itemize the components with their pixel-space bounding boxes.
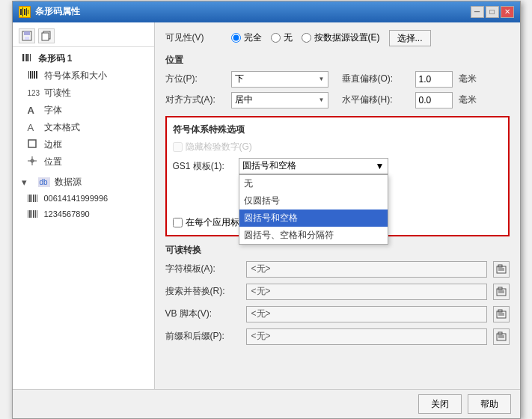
svg-rect-3: [26, 8, 27, 16]
hoffset-input[interactable]: [415, 92, 453, 108]
visibility-row: 可见性(V) 完全 无 按数据源设置(E): [165, 30, 510, 46]
svg-rect-35: [37, 210, 37, 218]
close-button[interactable]: ✕: [501, 6, 514, 18]
char-template-browse-btn[interactable]: [493, 261, 510, 278]
svg-rect-11: [25, 54, 25, 61]
svg-rect-20: [28, 140, 36, 147]
sidebar-label-symbology: 符号体系和大小: [44, 70, 107, 82]
svg-rect-26: [31, 195, 32, 202]
radio-none-label: 无: [284, 31, 293, 44]
special-section-title: 符号体系特殊选项: [173, 123, 502, 136]
transform-section: 可读转换 字符模板(A): <无>: [165, 244, 510, 345]
svg-rect-0: [20, 9, 22, 15]
sidebar-label-position: 位置: [44, 156, 62, 168]
sidebar-label-datasource: 数据源: [55, 176, 82, 189]
sidebar-item-ds2[interactable]: 1234567890: [13, 207, 154, 222]
sidebar-item-position[interactable]: 位置: [13, 153, 154, 171]
select-button[interactable]: 选择...: [389, 30, 431, 46]
gs1-option-1[interactable]: 仅圆括号: [239, 192, 388, 210]
footer: 关闭 帮助: [13, 389, 520, 418]
hoffset-label: 水平偏移(H):: [342, 94, 409, 106]
svg-rect-18: [34, 71, 35, 79]
halign-select[interactable]: 居中 ▼: [231, 92, 328, 108]
position-icon: [28, 156, 40, 168]
gs1-selected-value: 圆括号和空格: [242, 159, 296, 172]
sidebar-item-textformat[interactable]: A 文本格式: [13, 119, 154, 136]
radio-none[interactable]: 无: [271, 31, 293, 44]
svg-rect-24: [28, 195, 28, 202]
gs1-dropdown-select[interactable]: 圆括号和空格 ▼: [239, 158, 388, 174]
prefix-suffix-input[interactable]: <无>: [246, 328, 487, 345]
titlebar: 条形码属性 ─ □ ✕: [13, 1, 520, 22]
svg-rect-15: [28, 71, 29, 79]
sidebar-item-symbology[interactable]: 符号体系和大小: [13, 67, 154, 85]
main-window: 条形码属性 ─ □ ✕: [12, 1, 521, 419]
prefix-suffix-row: 前缀和后缀(P): <无>: [165, 328, 510, 345]
textformat-icon: A: [28, 122, 40, 133]
sidebar-label-ds1: 00614141999996: [44, 194, 108, 203]
gs1-dropdown-list: 无 仅圆括号 圆括号和空格 圆括号、空格和分隔符: [239, 174, 388, 245]
sidebar-label-ds2: 1234567890: [44, 210, 90, 218]
svg-rect-28: [35, 195, 36, 202]
prefix-suffix-browse-btn[interactable]: [493, 328, 510, 345]
save-icon-btn[interactable]: [19, 28, 35, 43]
hidden-check-label: 隐藏检验数字(G): [186, 141, 252, 153]
gs1-option-3[interactable]: 圆括号、空格和分隔符: [239, 227, 388, 244]
svg-rect-17: [32, 71, 33, 79]
ds2-icon: [28, 209, 40, 220]
visibility-radios: 完全 无 按数据源设置(E) 选择...: [231, 30, 431, 46]
sidebar-item-ds1[interactable]: 00614141999996: [13, 191, 154, 207]
sidebar-label-border: 边框: [44, 138, 62, 151]
readability-icon: 123: [28, 89, 40, 97]
direction-label: 方位(P):: [165, 73, 225, 85]
sidebar-item-datasource[interactable]: ▾ db 数据源: [13, 174, 154, 191]
close-footer-btn[interactable]: 关闭: [418, 394, 462, 414]
sidebar-label-font: 字体: [44, 104, 62, 117]
sidebar: 条形码 1 符号体系和大小 123 可读性: [13, 22, 155, 389]
svg-rect-12: [26, 54, 28, 61]
svg-rect-13: [28, 54, 29, 61]
sidebar-item-readability[interactable]: 123 可读性: [13, 85, 154, 102]
help-btn[interactable]: 帮助: [468, 394, 511, 414]
sidebar-item-border[interactable]: 边框: [13, 136, 154, 153]
svg-rect-9: [42, 33, 49, 40]
svg-rect-19: [36, 71, 37, 79]
direction-row: 方位(P): 下 ▼ 垂直偏移(O): 毫米: [165, 71, 510, 88]
svg-rect-2: [24, 9, 25, 15]
vb-script-browse-btn[interactable]: [493, 306, 510, 322]
minimize-button[interactable]: ─: [471, 6, 484, 18]
svg-rect-4: [28, 10, 28, 14]
halign-value: 居中: [235, 94, 253, 106]
svg-rect-14: [30, 54, 31, 61]
position-section-label: 位置: [165, 54, 510, 67]
search-replace-browse-btn[interactable]: [493, 284, 510, 300]
valign-input[interactable]: [415, 71, 453, 88]
titlebar-left: 条形码属性: [19, 5, 80, 18]
titlebar-controls: ─ □ ✕: [471, 6, 514, 18]
sidebar-item-barcode1[interactable]: 条形码 1: [13, 50, 154, 67]
search-replace-row: 搜索并替换(R): <无>: [165, 284, 510, 300]
font-icon: A: [28, 105, 40, 116]
radio-full[interactable]: 完全: [231, 31, 262, 44]
titlebar-title: 条形码属性: [35, 5, 80, 18]
svg-rect-31: [29, 210, 31, 218]
gs1-option-0[interactable]: 无: [239, 175, 388, 192]
gs1-option-2[interactable]: 圆括号和空格: [239, 210, 388, 227]
copy-icon-btn[interactable]: [38, 28, 55, 43]
svg-rect-7: [25, 37, 29, 40]
hidden-check[interactable]: 隐藏检验数字(G): [173, 141, 252, 153]
sidebar-label-barcode1: 条形码 1: [38, 52, 73, 65]
search-replace-input[interactable]: <无>: [246, 284, 487, 300]
gs1-label: GS1 模板(1):: [173, 160, 233, 173]
vb-script-input[interactable]: <无>: [246, 306, 487, 322]
gs1-dropdown-container: 圆括号和空格 ▼ 无 仅圆括号 圆括号和空格 圆括号、空格和分隔符: [239, 158, 388, 174]
radio-datasource[interactable]: 按数据源设置(E): [302, 31, 380, 44]
prefix-suffix-label: 前缀和后缀(P):: [165, 330, 240, 343]
sidebar-item-font[interactable]: A 字体: [13, 102, 154, 119]
direction-select[interactable]: 下 ▼: [231, 71, 328, 88]
maximize-button[interactable]: □: [486, 6, 499, 18]
hidden-check-row: 隐藏检验数字(G): [173, 141, 502, 153]
position-section: 位置 方位(P): 下 ▼ 垂直偏移(O): 毫米 对齐方式(A): 居中 ▼: [165, 54, 510, 108]
char-template-input[interactable]: <无>: [246, 261, 487, 278]
window-icon: [19, 6, 31, 18]
